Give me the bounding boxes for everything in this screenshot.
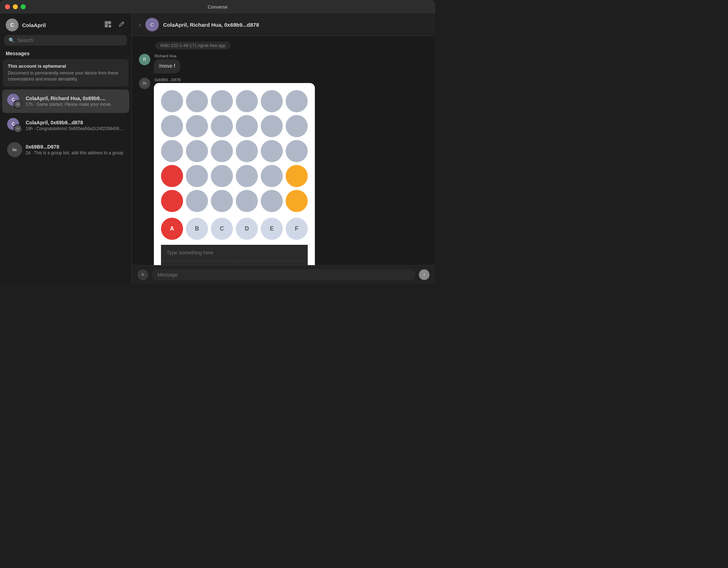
board-cell: [211, 90, 233, 112]
titlebar: Converse: [0, 0, 435, 14]
msg-sender: 0x69B9...D878: [155, 78, 315, 82]
msg-content: Richard Hua /move f: [154, 54, 180, 73]
msg-sender: Richard Hua: [155, 54, 180, 58]
conv-name: 0x69B9...D878: [26, 144, 124, 150]
game-actions: Link ↗ Post: [161, 261, 308, 265]
avatar: 0x: [7, 142, 22, 157]
msg-content: 0x69B9...D878 ABCDEF Link ↗: [154, 78, 315, 265]
board-cell: [236, 165, 258, 187]
maximize-button[interactable]: [21, 4, 26, 9]
post-button[interactable]: Post: [234, 261, 308, 265]
conv-preview: 19h · Congratulations! 0x605ea56a2c24f23…: [26, 126, 124, 131]
message-row: 0x 0x69B9...D878 ABCDEF: [139, 78, 428, 265]
board-cell: [161, 90, 183, 112]
board-cell: [186, 90, 208, 112]
compose-button[interactable]: [117, 20, 126, 30]
col-labels: ABCDEF: [161, 218, 308, 240]
close-button[interactable]: [5, 4, 10, 9]
col-label[interactable]: C: [211, 218, 233, 240]
svg-rect-8: [109, 22, 110, 23]
sidebar-username: ColaApril: [22, 22, 46, 28]
conv-details: 0x69B9...D878 2d · This is a group bot, …: [26, 144, 124, 155]
back-button[interactable]: ‹: [139, 21, 141, 29]
board-cell: [186, 190, 208, 212]
svg-rect-4: [110, 25, 111, 26]
svg-rect-9: [106, 25, 107, 26]
board-cell: [161, 115, 183, 137]
conversation-item[interactable]: C R ColaApril, Richard Hua, 0x69b9.... 1…: [2, 89, 129, 113]
board-cell: [211, 190, 233, 212]
conv-preview: 2d · This is a group bot, add this addre…: [26, 150, 124, 155]
conv-avatar-group: C 0x: [7, 118, 22, 133]
conversation-item[interactable]: C 0x ColaApril, 0x69b9...d878 19h · Cong…: [2, 114, 129, 137]
sidebar-user: C ColaApril: [6, 19, 46, 31]
send-button[interactable]: ↑: [419, 269, 430, 280]
chat-header-name: ColaApril, Richard Hua, 0x69b9...d878: [163, 22, 259, 28]
col-label[interactable]: B: [186, 218, 208, 240]
conv-avatar-group: C R: [7, 94, 22, 109]
board-cell: [211, 115, 233, 137]
board-cell: [236, 190, 258, 212]
col-label[interactable]: D: [236, 218, 258, 240]
app-title: Converse: [208, 4, 228, 10]
conversation-item[interactable]: 0x 0x69B9...D878 2d · This is a group bo…: [2, 138, 129, 161]
sidebar-icons: [104, 20, 126, 30]
game-text-input[interactable]: [161, 245, 308, 261]
board-cell: [261, 190, 283, 212]
ephemeral-notice: This account is ephemeral Disconnect to …: [3, 59, 129, 87]
ephemeral-title: This account is ephemeral: [8, 63, 124, 69]
board-cell: [261, 165, 283, 187]
board-cell: [286, 90, 308, 112]
board-cell: [161, 140, 183, 162]
link-button[interactable]: Link ↗: [161, 261, 234, 265]
avatar-sub: R: [14, 100, 22, 109]
chat-header-avatar: C: [145, 18, 159, 31]
search-input[interactable]: [17, 37, 123, 43]
board-cell: [211, 165, 233, 187]
chat-messages: 948c-210-1-49-171.ngrok-free.app R Richa…: [132, 36, 435, 265]
main-layout: C ColaApril: [0, 14, 435, 284]
minimize-button[interactable]: [13, 4, 18, 9]
board-cell: [286, 115, 308, 137]
board-cell: [286, 165, 308, 187]
chat-input-bar: + ↑: [132, 265, 435, 284]
search-icon: 🔍: [9, 37, 15, 43]
board-cell: [236, 90, 258, 112]
board-cell: [261, 140, 283, 162]
chat-header: ‹ C ColaApril, Richard Hua, 0x69b9...d87…: [132, 14, 435, 36]
qr-code-button[interactable]: [104, 20, 112, 30]
search-box: 🔍: [4, 35, 127, 46]
message-row: R Richard Hua /move f: [139, 54, 428, 73]
board-cell: [211, 140, 233, 162]
game-input-area: Link ↗ Post Tx: [161, 245, 308, 265]
conv-details: ColaApril, Richard Hua, 0x69b9.... 17h ·…: [26, 95, 124, 107]
board-cell: [286, 190, 308, 212]
board-cell: [286, 140, 308, 162]
message-input[interactable]: [152, 269, 415, 280]
board-cell: [236, 140, 258, 162]
conv-details: ColaApril, 0x69b9...d878 19h · Congratul…: [26, 120, 124, 131]
svg-rect-3: [109, 25, 110, 26]
conv-preview: 17h · Game started. Please make your mov…: [26, 102, 124, 107]
board-cell: [161, 165, 183, 187]
search-container: 🔍: [0, 35, 131, 49]
svg-rect-7: [106, 22, 107, 23]
board-cell: [236, 115, 258, 137]
avatar-sub: 0x: [14, 124, 22, 133]
add-button[interactable]: +: [137, 269, 148, 280]
board-cell: [186, 140, 208, 162]
connect4-board: [161, 90, 308, 212]
conv-name: ColaApril, 0x69b9...d878: [26, 120, 124, 125]
sidebar: C ColaApril: [0, 14, 132, 284]
board-cell: [161, 190, 183, 212]
conv-name: ColaApril, Richard Hua, 0x69b9....: [26, 95, 124, 101]
conversation-list: C R ColaApril, Richard Hua, 0x69b9.... 1…: [0, 89, 131, 284]
chat-area: ‹ C ColaApril, Richard Hua, 0x69b9...d87…: [132, 14, 435, 284]
col-label[interactable]: F: [286, 218, 308, 240]
board-cell: [261, 90, 283, 112]
col-label[interactable]: A: [161, 218, 183, 240]
ephemeral-text: Disconnect to permanently remove your de…: [8, 70, 124, 82]
svg-rect-6: [110, 26, 111, 27]
col-label[interactable]: E: [261, 218, 283, 240]
game-card: ABCDEF Link ↗ Post Tx: [154, 83, 315, 265]
